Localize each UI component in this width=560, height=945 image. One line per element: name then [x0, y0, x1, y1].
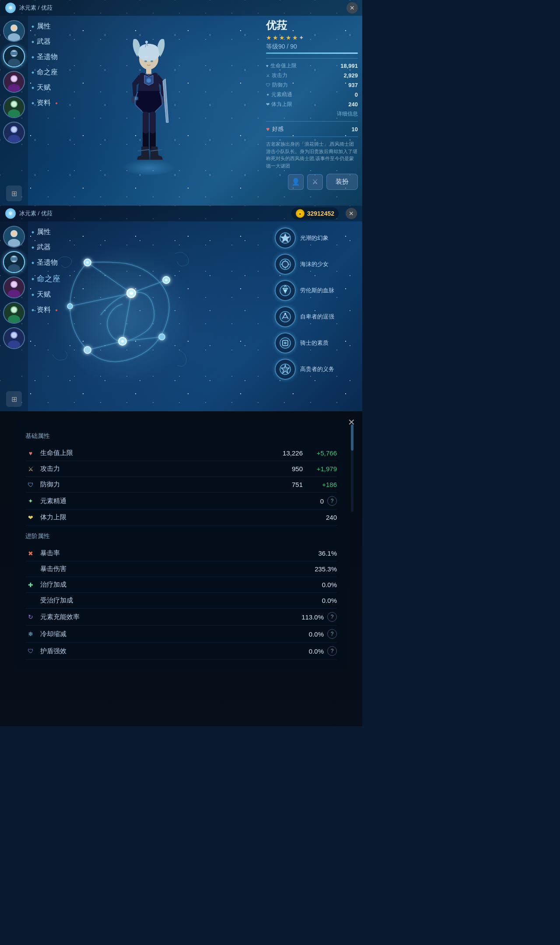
avatar-5[interactable] — [3, 122, 25, 144]
const-name-5: 骑士的素质 — [300, 339, 329, 347]
const-item-4[interactable]: 自卑者的逞强 — [275, 306, 358, 327]
const-icon-1 — [275, 228, 296, 248]
svg-point-35 — [150, 60, 153, 62]
const-item-1[interactable]: 光潮的幻象 — [275, 228, 358, 248]
details-link[interactable]: 详细信息 — [266, 110, 358, 118]
em-row-value: 0 — [289, 497, 324, 505]
p2-avatar-3[interactable] — [3, 276, 25, 298]
equip-button[interactable]: 装扮 — [326, 174, 358, 190]
stats-row-em: ✦ 元素精通 0 ? — [25, 493, 337, 510]
nav-item-profile[interactable]: 资料 — [32, 98, 58, 108]
divider3 — [266, 136, 358, 137]
stats-row-def: 🛡 防御力 751 +186 — [25, 477, 337, 493]
info-panel: 优菈 ★ ★ ★ ★ ★ ✦ 等级90 / 90 ♥生命值上限 18,991 ⚔… — [266, 18, 358, 190]
stats-container: 基础属性 ♥ 生命值上限 13,226 +5,766 ⚔ 攻击力 950 +1,… — [15, 420, 347, 668]
shield-value: 0.0% — [289, 648, 324, 655]
stamina-row-icon: ❤ — [25, 514, 36, 521]
em-icon: ✦ — [266, 92, 270, 97]
const-item-6[interactable]: 高贵者的义务 — [275, 359, 358, 380]
stats-row-er: ↻ 元素充能效率 113.0% ? — [25, 609, 337, 626]
coin-icon: ● — [296, 209, 304, 218]
p2-avatar-4[interactable] — [3, 302, 25, 324]
panel3-close-button[interactable]: ✕ — [345, 416, 358, 429]
character-area — [88, 4, 210, 201]
svg-point-16 — [11, 102, 17, 107]
const-name-4: 自卑者的逞强 — [300, 313, 334, 321]
const-name-1: 光潮的幻象 — [300, 234, 329, 242]
coin-display: ● 32912452 — [291, 207, 339, 220]
const-item-2[interactable]: 海沫的少女 — [275, 254, 358, 275]
action-row: 👤 ⚔ 装扮 — [266, 174, 358, 190]
p2-avatar-1[interactable] — [3, 226, 25, 248]
stats-row-shield: 🛡 护盾强效 0.0% ? — [25, 643, 337, 660]
avatar-3[interactable] — [3, 71, 25, 93]
svg-rect-31 — [150, 112, 156, 133]
critdmg-name: 暴击伤害 — [40, 565, 302, 573]
hp-row-base: 13,226 — [283, 449, 303, 457]
const-item-5[interactable]: 骑士的素质 — [275, 332, 358, 354]
const-icon-2 — [275, 254, 296, 275]
const-icon-6 — [275, 359, 296, 380]
svg-point-74 — [86, 261, 89, 264]
const-icon-3 — [275, 280, 296, 301]
const-icon-4 — [275, 306, 296, 327]
hp-row-bonus: +5,766 — [306, 449, 337, 457]
svg-rect-8 — [11, 52, 17, 55]
avatar-2[interactable] — [3, 46, 25, 67]
nav-item-attr[interactable]: 属性 — [32, 22, 58, 31]
shield-name: 护盾强效 — [40, 647, 289, 655]
shield-help-icon[interactable]: ? — [327, 646, 337, 656]
atk-row-bonus: +1,979 — [306, 465, 337, 472]
def-value: 937 — [348, 82, 358, 88]
constellation-svg — [35, 228, 210, 394]
stat-atk: ⚔攻击力 2,929 — [266, 72, 358, 79]
p2-grid-icon[interactable]: ⊞ — [6, 391, 22, 407]
constellation-list: 光潮的幻象 海沫的少女 劳伦斯的血脉 — [275, 228, 358, 380]
avatar-1[interactable] — [3, 20, 25, 42]
em-help-icon[interactable]: ? — [327, 496, 337, 506]
close-button[interactable]: ✕ — [346, 2, 358, 14]
hp-icon: ♥ — [266, 63, 269, 68]
svg-point-21 — [122, 158, 175, 175]
stars-row: ★ ★ ★ ★ ★ ✦ — [266, 34, 358, 41]
atk-row-name: 攻击力 — [40, 465, 292, 473]
scrollbar[interactable] — [351, 424, 354, 512]
svg-point-36 — [144, 56, 149, 58]
profile-btn[interactable]: 👤 — [288, 174, 304, 190]
grid-icon[interactable]: ⊞ — [6, 186, 22, 201]
coin-amount: 32912452 — [307, 210, 334, 217]
svg-point-57 — [11, 332, 17, 338]
critrate-value: 36.1% — [302, 550, 337, 557]
er-help-icon[interactable]: ? — [327, 612, 337, 622]
stamina-value: 240 — [348, 101, 358, 108]
star1: ★ — [266, 34, 272, 41]
critrate-icon: ✖ — [25, 550, 36, 557]
svg-rect-30 — [143, 112, 149, 133]
panel1-character: ❄ 冰元素 / 优菈 ✕ — [0, 0, 362, 206]
healing-value: 0.0% — [302, 581, 337, 588]
const-name-6: 高贵者的义务 — [300, 365, 334, 373]
stat-hp: ♥生命值上限 18,991 — [266, 62, 358, 70]
divider1 — [266, 58, 358, 59]
p2-avatar-2[interactable] — [3, 251, 25, 273]
pose-btn[interactable]: ⚔ — [307, 174, 323, 190]
er-value: 113.0% — [289, 613, 324, 621]
level-bar — [266, 52, 358, 54]
p2-sidebar-bottom: ⊞ — [0, 391, 28, 407]
svg-point-70 — [84, 346, 91, 354]
p2-avatar-5[interactable] — [3, 327, 25, 349]
nav-item-weapon[interactable]: 武器 — [32, 37, 58, 46]
stats-row-critrate: ✖ 暴击率 36.1% — [25, 546, 337, 561]
const-icon-5 — [275, 332, 296, 354]
avatar-4[interactable] — [3, 96, 25, 118]
nav-item-constellation[interactable]: 命之座 — [32, 68, 58, 77]
def-row-bonus: +186 — [306, 481, 337, 488]
constellation-area — [35, 228, 210, 394]
cdr-help-icon[interactable]: ? — [327, 629, 337, 639]
p2-close-button[interactable]: ✕ — [346, 208, 357, 219]
nav-item-talent[interactable]: 天赋 — [32, 83, 58, 92]
nav-item-artifact[interactable]: 圣遗物 — [32, 52, 58, 62]
er-icon: ↻ — [25, 613, 36, 620]
svg-point-58 — [52, 245, 192, 385]
const-item-3[interactable]: 劳伦斯的血脉 — [275, 280, 358, 301]
